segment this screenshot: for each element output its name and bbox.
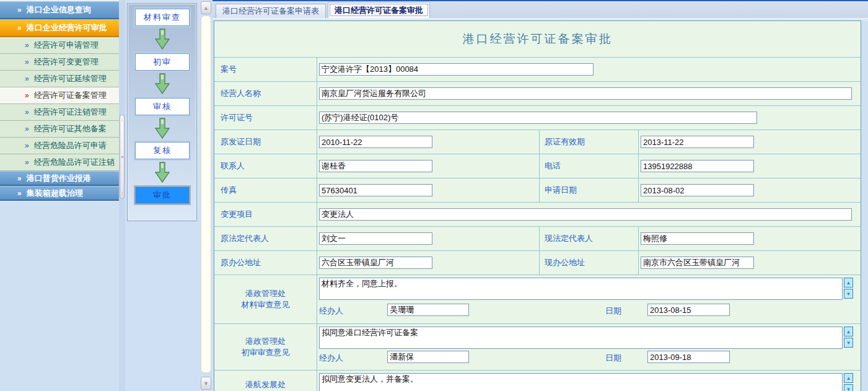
port-dev-opinion-textarea[interactable]: 拟同意变更法人，并备案。 bbox=[319, 373, 843, 391]
sidebar-item-dangerous-goods-apply[interactable]: » 经营危险品许可申请 bbox=[0, 138, 119, 154]
case-no-input[interactable] bbox=[319, 63, 594, 76]
field-label: 申请日期 bbox=[540, 178, 639, 202]
orig-legal-rep-input[interactable] bbox=[319, 232, 432, 245]
material-review-opinion-textarea[interactable]: 材料齐全，同意上报。 bbox=[319, 278, 843, 300]
fax-input[interactable] bbox=[319, 184, 432, 196]
down-arrow-icon bbox=[155, 73, 170, 94]
spinner-down-icon: ▼ bbox=[846, 387, 851, 391]
scroll-up-icon: ▲ bbox=[203, 5, 209, 11]
sidebar-item-license-renewal-mgmt[interactable]: » 经营许可证延续管理 bbox=[0, 71, 119, 87]
workflow-step-material-review[interactable]: 材料审查 bbox=[135, 9, 190, 26]
spinner-down-button[interactable]: ▼ bbox=[844, 338, 853, 348]
sidebar-item-dangerous-goods-cancel[interactable]: » 经营危险品许可证注销 bbox=[0, 154, 119, 171]
field-label: 电话 bbox=[540, 154, 639, 178]
scroll-up-button[interactable]: ▲ bbox=[201, 1, 211, 14]
chevron-right-icon: » bbox=[25, 125, 29, 133]
contact-input[interactable] bbox=[319, 160, 432, 172]
chevron-right-icon: » bbox=[25, 74, 29, 83]
sidebar-item-label: 经营许可证延续管理 bbox=[34, 73, 107, 84]
spinner-up-icon: ▲ bbox=[846, 376, 851, 381]
spinner-down-icon: ▼ bbox=[846, 291, 851, 297]
form-title: 港口经营许可证备案审批 bbox=[463, 31, 613, 47]
down-arrow-icon bbox=[155, 162, 170, 183]
sidebar-item-license-cancel-mgmt[interactable]: » 经营许可证注销管理 bbox=[0, 104, 119, 121]
collapse-left-icon: ◂ bbox=[121, 154, 123, 159]
scroll-down-button[interactable]: ▼ bbox=[201, 377, 211, 390]
spinner-up-button[interactable]: ▲ bbox=[844, 278, 853, 288]
section-dept: 港政管理处 bbox=[245, 336, 286, 347]
orig-issue-date-input[interactable] bbox=[319, 136, 432, 148]
sidebar-item-license-filing-mgmt[interactable]: » 经营许可证备案管理 bbox=[0, 87, 119, 104]
operator-name-input[interactable] bbox=[319, 87, 852, 100]
field-label: 现办公地址 bbox=[540, 251, 639, 275]
sidebar-item-label: 经营许可证其他备案 bbox=[34, 123, 107, 134]
sidebar-item-port-license-approval[interactable]: » 港口企业经营许可审批 bbox=[0, 19, 119, 37]
chevron-right-icon: » bbox=[25, 141, 29, 150]
sidebar-item-label: 经营许可证备案管理 bbox=[34, 90, 107, 101]
form-row-operator-name: 经营人名称 bbox=[214, 82, 861, 106]
orig-office-addr-input[interactable] bbox=[319, 257, 432, 269]
spinner-down-button[interactable]: ▼ bbox=[844, 289, 853, 299]
chevron-right-icon: » bbox=[17, 6, 22, 14]
sidebar-item-port-enterprise-info-query[interactable]: » 港口企业信息查询 bbox=[0, 1, 119, 19]
chevron-right-icon: » bbox=[17, 24, 22, 32]
chevron-right-icon: » bbox=[25, 158, 29, 167]
section-kind: 材料审查意见 bbox=[242, 299, 290, 310]
sidebar-item-label: 经营危险品许可证注销 bbox=[34, 157, 115, 168]
tab-filing-application-form[interactable]: 港口经营许可证备案申请表 bbox=[216, 4, 326, 18]
sidebar-item-license-change-mgmt[interactable]: » 经营许可变更管理 bbox=[0, 54, 119, 71]
operator-label: 经办人 bbox=[319, 353, 343, 364]
chevron-right-icon: » bbox=[17, 174, 22, 183]
sidebar-item-license-apply-mgmt[interactable]: » 经营许可申请管理 bbox=[0, 37, 119, 54]
sidebar-item-label: 港口企业经营许可审批 bbox=[27, 22, 107, 33]
scrollbar-thumb[interactable] bbox=[201, 15, 211, 373]
date-label: 日期 bbox=[605, 305, 621, 317]
first-review-opinion-textarea[interactable]: 拟同意港口经营许可证备案 bbox=[319, 327, 843, 349]
spinner-up-button[interactable]: ▲ bbox=[844, 327, 853, 336]
material-review-operator-input[interactable] bbox=[387, 304, 469, 316]
license-no-input[interactable] bbox=[319, 112, 757, 124]
new-office-addr-input[interactable] bbox=[641, 257, 754, 269]
first-review-operator-input[interactable] bbox=[387, 351, 469, 363]
workflow-step-first-review[interactable]: 初审 bbox=[135, 53, 190, 71]
field-label: 现法定代表人 bbox=[540, 227, 639, 250]
main-content: 港口经营许可证备案申请表 港口经营许可证备案审批 港口经营许可证备案审批 案号 … bbox=[213, 0, 868, 391]
phone-input[interactable] bbox=[641, 160, 754, 172]
operator-label: 经办人 bbox=[319, 305, 343, 317]
workflow-step-audit[interactable]: 审核 bbox=[135, 98, 190, 115]
apply-date-input[interactable] bbox=[641, 184, 754, 196]
main-vertical-scrollbar[interactable]: ▲ ▼ bbox=[199, 0, 213, 391]
sidebar-item-license-other-filing[interactable]: » 经营许可证其他备案 bbox=[0, 121, 119, 138]
form-row-change-item: 变更项目 bbox=[214, 203, 861, 227]
new-legal-rep-input[interactable] bbox=[641, 232, 754, 245]
spinner-up-button[interactable]: ▲ bbox=[844, 373, 853, 383]
sidebar-item-general-cargo-report[interactable]: » 港口普货作业报港 bbox=[0, 171, 119, 186]
form-row-license-no: 许可证号 bbox=[214, 106, 861, 130]
form-row-legal-reps: 原法定代表人 现法定代表人 bbox=[214, 227, 861, 251]
workflow-step-recheck[interactable]: 复核 bbox=[135, 142, 190, 159]
section-label: 港政管理处 材料审查意见 bbox=[214, 275, 317, 323]
orig-valid-date-input[interactable] bbox=[641, 136, 754, 148]
sidebar-item-label: 经营许可申请管理 bbox=[34, 40, 99, 51]
first-review-date-input[interactable] bbox=[647, 351, 730, 363]
tab-bar: 港口经营许可证备案申请表 港口经营许可证备案审批 bbox=[213, 1, 868, 19]
field-label: 许可证号 bbox=[214, 106, 317, 130]
material-review-date-input[interactable] bbox=[647, 304, 730, 316]
down-arrow-icon bbox=[155, 118, 170, 139]
workflow-step-approve[interactable]: 审批 bbox=[135, 187, 190, 204]
field-label: 传真 bbox=[214, 178, 317, 202]
field-label: 案号 bbox=[214, 58, 317, 81]
form-row-issue-valid-dates: 原发证日期 原证有效期 bbox=[214, 130, 861, 154]
splitter-collapse-handle[interactable]: ⁞ ◂ ⁞ bbox=[120, 115, 125, 199]
sidebar-splitter[interactable]: ⁞ ◂ ⁞ bbox=[119, 0, 125, 391]
approval-form: 港口经营许可证备案审批 案号 经营人名称 许可证号 原发证日期 bbox=[214, 20, 861, 391]
sidebar-item-label: 经营许可证注销管理 bbox=[34, 107, 107, 118]
grip-icon: ⁞ bbox=[121, 118, 123, 122]
form-row-fax-apply-date: 传真 申请日期 bbox=[214, 178, 861, 203]
sidebar-item-container-overload[interactable]: » 集装箱超载治理 bbox=[0, 186, 119, 201]
change-item-input[interactable] bbox=[319, 208, 852, 221]
date-label: 日期 bbox=[605, 353, 621, 364]
spinner-down-button[interactable]: ▼ bbox=[844, 384, 853, 391]
tab-filing-approval[interactable]: 港口经营许可证备案审批 bbox=[328, 2, 430, 18]
section-label: 港航发展处 bbox=[214, 371, 317, 391]
